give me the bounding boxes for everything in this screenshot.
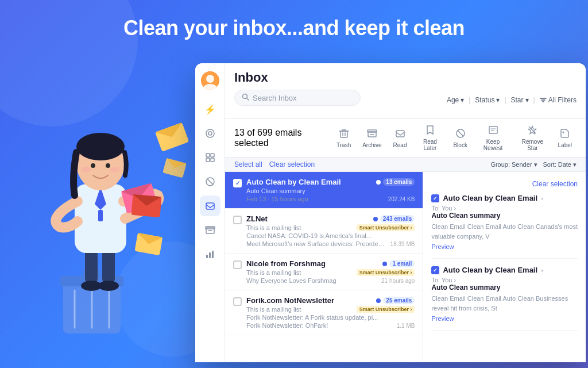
- divider1: |: [469, 96, 470, 104]
- svg-rect-36: [206, 158, 210, 162]
- sidebar-icon-chart[interactable]: [200, 244, 220, 264]
- email-4-badge: 25 emails: [376, 297, 415, 304]
- svg-line-48: [247, 98, 249, 101]
- preview-2-link[interactable]: Preview: [431, 315, 454, 322]
- preview-pane: Clear selection Auto Clean by Clean Emai…: [423, 172, 586, 362]
- block-label: Block: [453, 142, 467, 148]
- all-filters[interactable]: All Filters: [540, 96, 577, 104]
- sidebar-icon-inbox[interactable]: [200, 195, 220, 216]
- email-1-meta-row: Feb 13 · 15 hours ago 202.24 KB: [246, 195, 415, 202]
- sidebar-icon-lightning[interactable]: ⚡: [200, 99, 220, 120]
- keep-newest-icon: [488, 125, 498, 137]
- email-item-2[interactable]: ZLNet 243 emails This is a mailing list …: [225, 209, 423, 254]
- badge-dot-2: [373, 217, 378, 221]
- status-filter[interactable]: Status ▾: [475, 96, 500, 104]
- remove-star-label: Remove Star: [519, 139, 546, 151]
- badge-count-1: 13 emails: [383, 178, 415, 186]
- email-3-sub-header: This is a mailing list Smart Unsubscribe…: [246, 269, 415, 276]
- email-2-smart-unsub[interactable]: Smart Unsubscriber ›: [357, 224, 415, 231]
- email-1-preview: Auto Clean summary: [246, 187, 415, 194]
- read-button[interactable]: Read: [389, 126, 412, 151]
- group-dropdown[interactable]: Group: Sender ▾: [490, 161, 537, 168]
- email-1-date: Feb 13 · 15 hours ago: [246, 195, 384, 202]
- selection-total: of 699 emails selected: [234, 128, 301, 148]
- email-3-smart-unsub[interactable]: Smart Unsubscriber ›: [357, 269, 415, 276]
- age-label: Age: [447, 96, 459, 104]
- email-2-checkbox[interactable]: [233, 216, 242, 224]
- badge-dot-4: [376, 298, 381, 303]
- sidebar-icon-grid[interactable]: [200, 147, 220, 168]
- email-3-sender: Nicole from Forshmag: [246, 259, 326, 268]
- email-2-sender: ZLNet: [246, 214, 268, 223]
- email-3-mailing: This is a mailing list: [246, 269, 301, 276]
- preview-1-checkbox[interactable]: [431, 194, 439, 202]
- trash-icon: [339, 128, 349, 141]
- email-item-1[interactable]: Auto Clean by Clean Email 13 emails Auto…: [225, 172, 423, 209]
- remove-star-icon: [527, 125, 537, 137]
- label-button[interactable]: Label: [554, 126, 577, 151]
- block-button[interactable]: Block: [448, 126, 471, 151]
- email-4-preview2: Forik NotNewsletter: OhFark!: [246, 322, 392, 329]
- read-later-button[interactable]: Read Later: [413, 122, 446, 154]
- preview-item-2: Auto Clean by Clean Email › To: You › Au…: [431, 266, 578, 331]
- select-all-link[interactable]: Select all: [234, 160, 262, 168]
- keep-newest-label: Keep Newest: [479, 139, 507, 151]
- selection-bar: 13 of 699 emails selected: [225, 119, 586, 158]
- email-2-body: ZLNet 243 emails This is a mailing list …: [246, 214, 415, 247]
- svg-rect-44: [206, 255, 208, 258]
- clear-selection-link[interactable]: Clear selection: [269, 160, 315, 168]
- preview-1-link[interactable]: Preview: [431, 243, 454, 250]
- email-item-3[interactable]: Nicole from Forshmag 1 email This is a m…: [225, 254, 423, 290]
- archive-icon: [367, 128, 377, 141]
- list-actions-right: Group: Sender ▾ Sort: Date ▾: [490, 161, 577, 168]
- email-4-meta-row: Forik NotNewsletter: OhFark! 1.1 MB: [246, 322, 415, 329]
- svg-point-17: [82, 167, 91, 172]
- read-label: Read: [393, 142, 407, 148]
- preview-1-arrow: ›: [541, 195, 543, 202]
- sort-label: Sort:: [543, 161, 556, 168]
- email-3-meta-row: Why Everyone Loves Forshmag 21 hours ago: [246, 277, 415, 284]
- email-2-mailing: This is a mailing list: [246, 224, 301, 231]
- sidebar-icon-archive[interactable]: [200, 220, 220, 240]
- preview-2-checkbox[interactable]: [431, 266, 439, 274]
- email-4-body: Forik.com NotNewsletter 25 emails This i…: [246, 296, 415, 329]
- filter-icon: [540, 97, 547, 103]
- remove-star-button[interactable]: Remove Star: [514, 122, 551, 154]
- app-header: Inbox Search Inbox Age: [225, 63, 586, 119]
- sort-dropdown[interactable]: Sort: Date ▾: [543, 161, 577, 168]
- email-4-smart-unsub[interactable]: Smart Unsubscriber ›: [357, 306, 415, 313]
- email-4-preview: Forik NotNewsletter: A Forik status upda…: [246, 314, 415, 321]
- svg-point-33: [208, 132, 212, 135]
- user-avatar[interactable]: [201, 71, 219, 90]
- sidebar-icon-block[interactable]: [200, 171, 220, 192]
- svg-point-30: [206, 75, 214, 83]
- svg-rect-62: [489, 126, 497, 133]
- star-filter[interactable]: Star ▾: [511, 96, 529, 104]
- archive-button[interactable]: Archive: [358, 126, 386, 151]
- age-filter[interactable]: Age ▾: [447, 96, 464, 104]
- sort-chevron: ▾: [573, 161, 577, 168]
- preview-clear-selection[interactable]: Clear selection: [532, 180, 578, 188]
- preview-2-subject: Auto Clean summary: [431, 283, 578, 292]
- search-bar[interactable]: Search Inbox: [234, 90, 361, 106]
- keep-newest-button[interactable]: Keep Newest: [474, 122, 512, 154]
- email-item-4[interactable]: Forik.com NotNewsletter 25 emails This i…: [225, 290, 423, 335]
- email-3-header: Nicole from Forshmag 1 email: [246, 259, 415, 268]
- block-icon: [455, 128, 466, 141]
- email-3-checkbox[interactable]: [233, 260, 242, 269]
- list-actions: Select all Clear selection Group: Sender…: [225, 158, 586, 172]
- email-4-mailing: This is a mailing list: [246, 306, 301, 313]
- svg-point-32: [206, 129, 214, 137]
- email-4-header: Forik.com NotNewsletter 25 emails: [246, 296, 415, 305]
- email-2-meta: 18.39 MB: [390, 241, 415, 247]
- trash-button[interactable]: Trash: [332, 126, 355, 151]
- svg-rect-34: [206, 154, 210, 157]
- email-1-checkbox[interactable]: [233, 179, 242, 187]
- page-headline: Clean your inbox...and keep it clean: [0, 16, 588, 40]
- email-4-checkbox[interactable]: [233, 297, 242, 306]
- preview-2-sender-row: Auto Clean by Clean Email ›: [431, 266, 578, 274]
- sidebar-icon-filter[interactable]: [200, 123, 220, 144]
- read-icon: [395, 128, 405, 141]
- status-label: Status: [475, 96, 494, 104]
- email-list: Auto Clean by Clean Email 13 emails Auto…: [225, 172, 423, 362]
